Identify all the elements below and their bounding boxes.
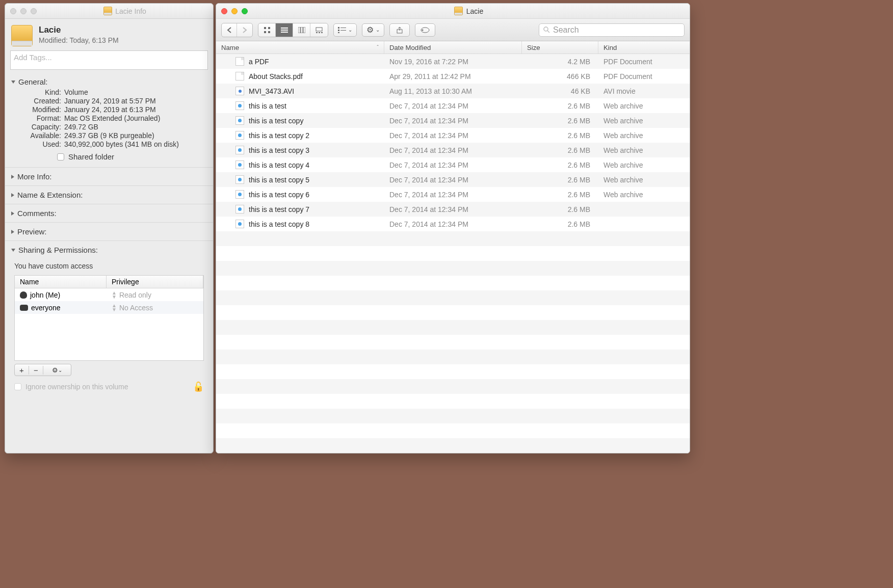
gear-icon: ⚙	[52, 366, 58, 374]
section-sharing-header[interactable]: Sharing & Permissions:	[11, 244, 207, 256]
file-row[interactable]: this is a test copy 8 Dec 7, 2014 at 12:…	[216, 217, 690, 231]
section-preview: Preview:	[5, 224, 213, 239]
available-label: Available:	[11, 131, 61, 140]
created-value: January 24, 2019 at 5:57 PM	[64, 97, 207, 105]
ignore-ownership-checkbox[interactable]	[14, 383, 21, 390]
col-header-date[interactable]: Date Modified	[384, 41, 522, 54]
section-general: General: Kind:Volume Created:January 24,…	[5, 74, 213, 166]
perm-user-name: john (Me)	[30, 291, 60, 299]
file-row[interactable]: this is a test copy 4 Dec 7, 2014 at 12:…	[216, 157, 690, 172]
finder-titlebar[interactable]: Lacie	[216, 4, 690, 19]
format-value: Mac OS Extended (Journaled)	[64, 114, 207, 122]
info-volume-name: Lacie	[39, 25, 119, 35]
perm-privilege[interactable]: Read only	[119, 291, 151, 299]
used-label: Used:	[11, 140, 61, 148]
perm-action-menu[interactable]: ⚙⌄	[43, 366, 71, 374]
file-list[interactable]: a PDF Nov 19, 2016 at 7:22 PM 4.2 MB PDF…	[216, 54, 690, 453]
tags-input[interactable]: Add Tags...	[10, 50, 208, 70]
file-row[interactable]: this is a test copy 2 Dec 7, 2014 at 12:…	[216, 128, 690, 143]
file-row[interactable]: this is a test copy 5 Dec 7, 2014 at 12:…	[216, 172, 690, 187]
web-file-icon	[235, 101, 244, 110]
divider	[5, 204, 213, 204]
col-header-size[interactable]: Size	[522, 41, 598, 54]
section-more-info-header[interactable]: More Info:	[11, 171, 207, 182]
svg-rect-14	[338, 27, 339, 29]
perm-header-priv[interactable]: Privilege	[107, 276, 203, 288]
file-date: Aug 11, 2013 at 10:30 AM	[384, 87, 522, 95]
col-header-kind[interactable]: Kind	[598, 41, 690, 54]
shared-folder-checkbox[interactable]	[57, 153, 64, 161]
perm-privilege[interactable]: No Access	[119, 304, 153, 312]
disclosure-triangle-icon	[11, 175, 14, 179]
file-row[interactable]: this is a test copy 6 Dec 7, 2014 at 12:…	[216, 187, 690, 202]
section-comments-header[interactable]: Comments:	[11, 207, 207, 219]
share-button[interactable]	[389, 23, 410, 37]
file-name: About Stacks.pdf	[249, 72, 303, 81]
column-view-button[interactable]	[293, 23, 310, 37]
svg-rect-11	[316, 32, 318, 33]
web-file-icon	[235, 161, 244, 169]
modified-label: Modified:	[11, 105, 61, 114]
section-sharing-label: Sharing & Permissions:	[18, 246, 98, 254]
file-row[interactable]: a PDF Nov 19, 2016 at 7:22 PM 4.2 MB PDF…	[216, 54, 690, 69]
back-button[interactable]	[222, 23, 237, 37]
file-date: Dec 7, 2014 at 12:34 PM	[384, 146, 522, 154]
add-user-button[interactable]: +	[15, 366, 29, 375]
perm-row[interactable]: everyone ▲▼No Access	[15, 301, 203, 314]
action-menu-button[interactable]: ⚙ ⌄	[362, 23, 384, 37]
available-value: 249.37 GB (9 KB purgeable)	[64, 131, 207, 140]
perm-header-name[interactable]: Name	[15, 276, 107, 288]
svg-rect-13	[321, 32, 323, 33]
file-date: Dec 7, 2014 at 12:34 PM	[384, 102, 522, 110]
avi-file-icon	[235, 87, 244, 95]
file-row[interactable]: this is a test copy 7 Dec 7, 2014 at 12:…	[216, 202, 690, 217]
gallery-view-button[interactable]	[310, 23, 328, 37]
info-titlebar[interactable]: Lacie Info	[5, 4, 213, 19]
web-file-icon	[235, 220, 244, 228]
empty-row	[216, 246, 690, 261]
icon-view-button[interactable]	[258, 23, 276, 37]
list-view-button[interactable]	[276, 23, 293, 37]
lock-icon[interactable]: 🔓	[193, 381, 204, 392]
forward-button[interactable]	[237, 23, 252, 37]
chevron-down-icon: ⌄	[376, 27, 380, 33]
file-size: 2.6 MB	[522, 102, 598, 110]
remove-user-button[interactable]: −	[29, 366, 43, 375]
shared-folder-row[interactable]: Shared folder	[57, 152, 207, 161]
perm-row[interactable]: john (Me) ▲▼Read only	[15, 288, 203, 301]
zoom-dot[interactable]	[31, 8, 37, 14]
minimize-dot[interactable]	[20, 8, 27, 14]
close-dot[interactable]	[221, 8, 227, 14]
stepper-icon[interactable]: ▲▼	[112, 291, 117, 299]
col-header-name[interactable]: Nameˆ	[216, 41, 384, 54]
file-date: Dec 7, 2014 at 12:34 PM	[384, 176, 522, 184]
file-row[interactable]: this is a test copy 3 Dec 7, 2014 at 12:…	[216, 143, 690, 157]
section-name-ext: Name & Extension:	[5, 187, 213, 203]
search-field[interactable]: Search	[539, 23, 685, 37]
section-general-header[interactable]: General:	[11, 76, 207, 88]
section-preview-header[interactable]: Preview:	[11, 226, 207, 237]
minimize-dot[interactable]	[231, 8, 238, 14]
search-icon	[543, 26, 550, 33]
edit-tags-button[interactable]	[415, 23, 435, 37]
finder-toolbar: ⌄ ⚙ ⌄ Search	[216, 19, 690, 41]
zoom-dot[interactable]	[242, 8, 248, 14]
file-size: 2.6 MB	[522, 191, 598, 199]
modified-value: January 24, 2019 at 6:13 PM	[64, 105, 207, 114]
group-by-button[interactable]: ⌄	[333, 23, 357, 37]
file-row[interactable]: this is a test Dec 7, 2014 at 12:34 PM 2…	[216, 98, 690, 113]
user-icon	[20, 291, 27, 299]
file-date: Dec 7, 2014 at 12:34 PM	[384, 161, 522, 169]
file-size: 2.6 MB	[522, 176, 598, 184]
file-size: 2.6 MB	[522, 161, 598, 169]
file-row[interactable]: MVI_3473.AVI Aug 11, 2013 at 10:30 AM 46…	[216, 84, 690, 98]
stepper-icon[interactable]: ▲▼	[112, 304, 117, 312]
file-row[interactable]: this is a test copy Dec 7, 2014 at 12:34…	[216, 113, 690, 128]
close-dot[interactable]	[10, 8, 16, 14]
svg-rect-16	[338, 30, 339, 31]
section-name-ext-header[interactable]: Name & Extension:	[11, 189, 207, 201]
file-row[interactable]: About Stacks.pdf Apr 29, 2011 at 12:42 P…	[216, 69, 690, 84]
file-size: 46 KB	[522, 87, 598, 95]
divider	[5, 185, 213, 186]
file-name: this is a test copy 5	[249, 176, 309, 184]
